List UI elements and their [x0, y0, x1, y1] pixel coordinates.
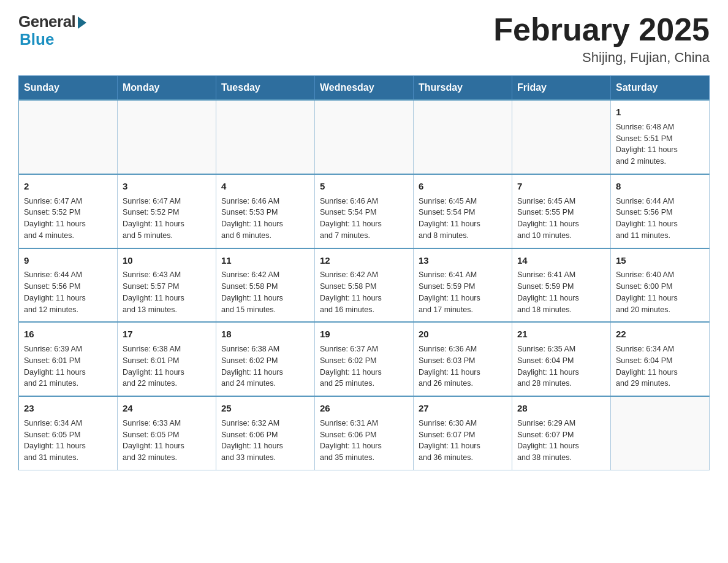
- calendar-day-cell: [19, 100, 118, 174]
- day-info: Sunrise: 6:42 AM Sunset: 5:58 PM Dayligh…: [221, 269, 309, 315]
- day-number: 14: [517, 254, 605, 267]
- calendar-day-cell: 11Sunrise: 6:42 AM Sunset: 5:58 PM Dayli…: [216, 248, 315, 323]
- day-number: 2: [24, 180, 112, 193]
- day-info: Sunrise: 6:39 AM Sunset: 6:01 PM Dayligh…: [24, 343, 112, 389]
- weekday-header-friday: Friday: [512, 76, 611, 101]
- day-info: Sunrise: 6:33 AM Sunset: 6:05 PM Dayligh…: [123, 418, 211, 464]
- day-info: Sunrise: 6:40 AM Sunset: 6:00 PM Dayligh…: [616, 269, 704, 315]
- day-number: 10: [123, 254, 211, 267]
- day-number: 13: [419, 254, 507, 267]
- logo-general-text: General: [18, 12, 75, 31]
- day-info: Sunrise: 6:30 AM Sunset: 6:07 PM Dayligh…: [419, 418, 507, 464]
- calendar-day-cell: 5Sunrise: 6:46 AM Sunset: 5:54 PM Daylig…: [315, 174, 414, 248]
- calendar-day-cell: 4Sunrise: 6:46 AM Sunset: 5:53 PM Daylig…: [216, 174, 315, 248]
- day-number: 1: [616, 105, 704, 119]
- logo-blue-text: Blue: [20, 30, 54, 49]
- logo: General Blue: [18, 12, 86, 49]
- calendar-day-cell: 15Sunrise: 6:40 AM Sunset: 6:00 PM Dayli…: [611, 248, 710, 323]
- calendar-day-cell: 10Sunrise: 6:43 AM Sunset: 5:57 PM Dayli…: [118, 248, 216, 323]
- day-number: 5: [320, 180, 408, 193]
- page-header: General Blue February 2025 Shijing, Fuji…: [18, 12, 710, 66]
- weekday-header-sunday: Sunday: [19, 76, 118, 101]
- day-number: 9: [24, 254, 112, 267]
- day-number: 15: [616, 254, 704, 267]
- day-number: 25: [221, 402, 309, 415]
- day-info: Sunrise: 6:34 AM Sunset: 6:05 PM Dayligh…: [24, 418, 112, 464]
- day-number: 3: [123, 180, 211, 193]
- calendar-day-cell: 24Sunrise: 6:33 AM Sunset: 6:05 PM Dayli…: [118, 396, 216, 470]
- calendar-day-cell: 12Sunrise: 6:42 AM Sunset: 5:58 PM Dayli…: [315, 248, 414, 323]
- day-number: 11: [221, 254, 309, 267]
- day-info: Sunrise: 6:34 AM Sunset: 6:04 PM Dayligh…: [616, 343, 704, 389]
- day-number: 4: [221, 180, 309, 193]
- day-number: 7: [517, 180, 605, 193]
- weekday-header-wednesday: Wednesday: [315, 76, 414, 101]
- calendar-day-cell: 25Sunrise: 6:32 AM Sunset: 6:06 PM Dayli…: [216, 396, 315, 470]
- day-number: 26: [320, 402, 408, 415]
- day-info: Sunrise: 6:29 AM Sunset: 6:07 PM Dayligh…: [517, 418, 605, 464]
- weekday-header-thursday: Thursday: [414, 76, 512, 101]
- day-info: Sunrise: 6:38 AM Sunset: 6:02 PM Dayligh…: [221, 343, 309, 389]
- day-info: Sunrise: 6:31 AM Sunset: 6:06 PM Dayligh…: [320, 418, 408, 464]
- calendar-day-cell: 2Sunrise: 6:47 AM Sunset: 5:52 PM Daylig…: [19, 174, 118, 248]
- calendar-day-cell: 17Sunrise: 6:38 AM Sunset: 6:01 PM Dayli…: [118, 322, 216, 396]
- location-title: Shijing, Fujian, China: [493, 50, 710, 66]
- day-info: Sunrise: 6:45 AM Sunset: 5:55 PM Dayligh…: [517, 196, 605, 242]
- day-number: 6: [419, 180, 507, 193]
- calendar-week-row: 9Sunrise: 6:44 AM Sunset: 5:56 PM Daylig…: [19, 248, 710, 323]
- calendar-day-cell: [216, 100, 315, 174]
- weekday-header-row: SundayMondayTuesdayWednesdayThursdayFrid…: [19, 76, 710, 101]
- calendar-day-cell: 18Sunrise: 6:38 AM Sunset: 6:02 PM Dayli…: [216, 322, 315, 396]
- calendar-day-cell: 7Sunrise: 6:45 AM Sunset: 5:55 PM Daylig…: [512, 174, 611, 248]
- calendar-day-cell: [611, 396, 710, 470]
- day-number: 23: [24, 402, 112, 415]
- day-number: 12: [320, 254, 408, 267]
- calendar-day-cell: 6Sunrise: 6:45 AM Sunset: 5:54 PM Daylig…: [414, 174, 512, 248]
- day-info: Sunrise: 6:35 AM Sunset: 6:04 PM Dayligh…: [517, 343, 605, 389]
- calendar-day-cell: [512, 100, 611, 174]
- calendar-day-cell: 13Sunrise: 6:41 AM Sunset: 5:59 PM Dayli…: [414, 248, 512, 323]
- calendar-day-cell: 14Sunrise: 6:41 AM Sunset: 5:59 PM Dayli…: [512, 248, 611, 323]
- calendar-day-cell: 9Sunrise: 6:44 AM Sunset: 5:56 PM Daylig…: [19, 248, 118, 323]
- day-number: 20: [419, 327, 507, 341]
- day-info: Sunrise: 6:38 AM Sunset: 6:01 PM Dayligh…: [123, 343, 211, 389]
- day-info: Sunrise: 6:45 AM Sunset: 5:54 PM Dayligh…: [419, 196, 507, 242]
- day-info: Sunrise: 6:44 AM Sunset: 5:56 PM Dayligh…: [24, 269, 112, 315]
- month-title: February 2025: [493, 12, 710, 47]
- day-number: 22: [616, 327, 704, 341]
- calendar-week-row: 2Sunrise: 6:47 AM Sunset: 5:52 PM Daylig…: [19, 174, 710, 248]
- logo-arrow-icon: [78, 17, 86, 29]
- day-number: 18: [221, 327, 309, 341]
- calendar-day-cell: 8Sunrise: 6:44 AM Sunset: 5:56 PM Daylig…: [611, 174, 710, 248]
- calendar-day-cell: 20Sunrise: 6:36 AM Sunset: 6:03 PM Dayli…: [414, 322, 512, 396]
- calendar-day-cell: 16Sunrise: 6:39 AM Sunset: 6:01 PM Dayli…: [19, 322, 118, 396]
- calendar-day-cell: 28Sunrise: 6:29 AM Sunset: 6:07 PM Dayli…: [512, 396, 611, 470]
- day-number: 21: [517, 327, 605, 341]
- day-info: Sunrise: 6:41 AM Sunset: 5:59 PM Dayligh…: [419, 269, 507, 315]
- day-info: Sunrise: 6:47 AM Sunset: 5:52 PM Dayligh…: [123, 196, 211, 242]
- calendar-day-cell: [315, 100, 414, 174]
- day-info: Sunrise: 6:47 AM Sunset: 5:52 PM Dayligh…: [24, 196, 112, 242]
- day-info: Sunrise: 6:46 AM Sunset: 5:54 PM Dayligh…: [320, 196, 408, 242]
- day-info: Sunrise: 6:37 AM Sunset: 6:02 PM Dayligh…: [320, 343, 408, 389]
- day-number: 28: [517, 402, 605, 415]
- day-number: 24: [123, 402, 211, 415]
- weekday-header-monday: Monday: [118, 76, 216, 101]
- title-section: February 2025 Shijing, Fujian, China: [493, 12, 710, 66]
- day-info: Sunrise: 6:36 AM Sunset: 6:03 PM Dayligh…: [419, 343, 507, 389]
- calendar-day-cell: 3Sunrise: 6:47 AM Sunset: 5:52 PM Daylig…: [118, 174, 216, 248]
- weekday-header-saturday: Saturday: [611, 76, 710, 101]
- day-info: Sunrise: 6:48 AM Sunset: 5:51 PM Dayligh…: [616, 121, 704, 167]
- calendar-week-row: 1Sunrise: 6:48 AM Sunset: 5:51 PM Daylig…: [19, 100, 710, 174]
- calendar-week-row: 23Sunrise: 6:34 AM Sunset: 6:05 PM Dayli…: [19, 396, 710, 470]
- calendar-day-cell: 26Sunrise: 6:31 AM Sunset: 6:06 PM Dayli…: [315, 396, 414, 470]
- day-number: 19: [320, 327, 408, 341]
- day-number: 27: [419, 402, 507, 415]
- day-info: Sunrise: 6:42 AM Sunset: 5:58 PM Dayligh…: [320, 269, 408, 315]
- calendar-day-cell: 21Sunrise: 6:35 AM Sunset: 6:04 PM Dayli…: [512, 322, 611, 396]
- day-number: 16: [24, 327, 112, 341]
- day-info: Sunrise: 6:32 AM Sunset: 6:06 PM Dayligh…: [221, 418, 309, 464]
- calendar-day-cell: 1Sunrise: 6:48 AM Sunset: 5:51 PM Daylig…: [611, 100, 710, 174]
- day-number: 8: [616, 180, 704, 193]
- calendar-day-cell: 23Sunrise: 6:34 AM Sunset: 6:05 PM Dayli…: [19, 396, 118, 470]
